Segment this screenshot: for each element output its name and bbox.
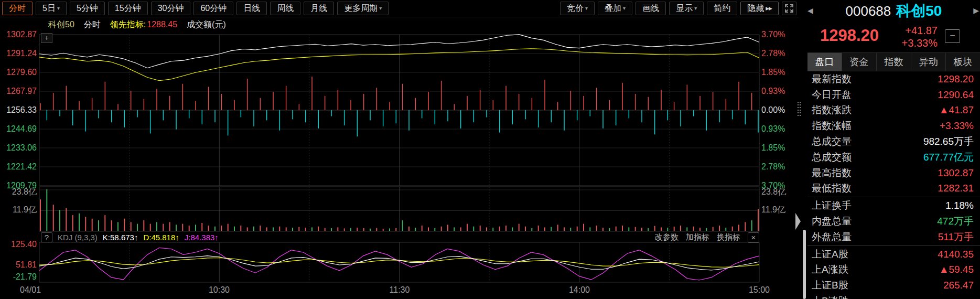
panel-row: 最高指数1302.87 <box>807 165 980 181</box>
panel-row-value: 1290.64 <box>938 89 974 101</box>
panel-row-value: 982.65万手 <box>923 135 974 148</box>
panel-divider <box>791 0 807 299</box>
chart-period-label: 分时 <box>84 19 101 30</box>
panel-group-divider <box>807 245 980 246</box>
time-axis-label: 11:30 <box>376 285 423 295</box>
panel-row: 上B涨跌 <box>807 293 980 299</box>
prev-ticker-icon[interactable]: ◀ <box>807 6 813 15</box>
tab-more-periods[interactable]: 更多周期▾ <box>337 2 389 15</box>
panel-tabs: 盘口 资金 指数 异动 板块 <box>807 52 980 71</box>
panel-row: 上A涨跌▲59.45 <box>807 262 980 278</box>
kdj-d-value: D:45.818↑ <box>143 233 179 242</box>
change-percent: +3.33% <box>902 37 938 49</box>
quote-panel: ◀ 000688 科创50 ▶ 1298.20 +41.87 +3.33% − … <box>807 0 980 299</box>
leading-indicator-value: 1288.45 <box>147 20 177 29</box>
kdj-label: KDJ (9,3,3) <box>58 233 98 242</box>
panel-row-label: 最新指数 <box>812 72 852 86</box>
panel-row: 总成交额677.77亿元 <box>807 150 980 165</box>
stock-name: 科创50 <box>896 1 942 21</box>
panel-row: 指数涨跌▲41.87 <box>807 103 980 119</box>
add-indicator-button[interactable]: 加指标 <box>686 232 709 242</box>
tab-weekly[interactable]: 周线 <box>270 2 300 15</box>
ticker-header: ◀ 000688 科创50 ▶ <box>807 0 980 22</box>
panel-row-value: 265.47 <box>943 280 974 291</box>
auction-button[interactable]: 竞价▾ <box>560 2 595 15</box>
last-price: 1298.20 <box>820 26 879 45</box>
chart-legend: 科创50 分时 领先指标:1288.45 成交额(元) <box>48 19 226 30</box>
tab-index[interactable]: 指数 <box>877 53 911 71</box>
chevron-down-icon: ▾ <box>623 2 626 15</box>
panel-row-value: 1282.31 <box>938 183 974 194</box>
volume-axis-label: 23.8亿 <box>0 187 37 197</box>
tab-sectors[interactable]: 板块 <box>946 53 980 71</box>
hide-button[interactable]: 隐藏▶▶ <box>740 2 779 15</box>
price-axis-label: 1279.60 <box>0 67 37 78</box>
double-chevron-right-icon: ▶▶ <box>766 2 772 15</box>
panel-row: 今日开盘1290.64 <box>807 87 980 103</box>
kdj-axis-label: 125.40 <box>0 239 37 250</box>
chevron-down-icon: ▾ <box>694 2 697 15</box>
time-axis-label: 14:00 <box>556 285 603 295</box>
tab-minute-chart[interactable]: 分时 <box>2 2 33 15</box>
period-toolbar: 分时 5日▾ 5分钟 15分钟 30分钟 60分钟 日线 周线 月线 更多周期▾… <box>0 0 799 17</box>
kdj-indicator-header: ? KDJ (9,3,3) K:58.673↑ D:45.818↑ J:84.3… <box>41 232 759 242</box>
change-params-button[interactable]: 改参数 <box>655 232 679 242</box>
minimize-button[interactable]: − <box>945 29 960 43</box>
tab-60min[interactable]: 60分钟 <box>193 2 233 15</box>
panel-row-label: 上证B股 <box>812 279 848 292</box>
kdj-axis-label: -21.79 <box>0 272 37 282</box>
tab-movers[interactable]: 异动 <box>911 53 946 71</box>
time-axis-label: 04/01 <box>20 285 67 295</box>
time-axis-label: 10:30 <box>196 285 243 295</box>
tab-15min[interactable]: 15分钟 <box>108 2 148 15</box>
tab-funds[interactable]: 资金 <box>842 53 877 71</box>
price-axis-label: 1302.87 <box>0 29 37 40</box>
chart-index-name: 科创50 <box>48 19 74 30</box>
draw-line-button[interactable]: 画线 <box>636 2 666 15</box>
tab-monthly[interactable]: 月线 <box>304 2 334 15</box>
panel-row: 最低指数1282.31 <box>807 181 980 197</box>
panel-row-label: 最低指数 <box>812 181 852 195</box>
price-axis-label: 1244.69 <box>0 124 37 134</box>
overlay-button[interactable]: 叠加▾ <box>598 2 632 15</box>
tab-daily[interactable]: 日线 <box>236 2 267 15</box>
panel-row-value: 1.18% <box>945 200 974 211</box>
panel-row: 指数涨幅+3.33% <box>807 118 980 134</box>
price-change: +41.87 +3.33% <box>890 24 938 49</box>
panel-row-label: 上B涨跌 <box>812 294 848 299</box>
panel-collapse-arrow[interactable] <box>795 213 801 230</box>
panel-row: 外盘总量511万手 <box>807 229 980 245</box>
panel-row: 上证B股265.47 <box>807 277 980 293</box>
help-icon[interactable]: ? <box>41 232 52 242</box>
panel-row-value: 511万手 <box>938 230 974 244</box>
panel-row: 最新指数1298.20 <box>807 71 980 87</box>
tab-order-book[interactable]: 盘口 <box>807 53 842 71</box>
panel-row-value: 1302.87 <box>938 167 974 179</box>
panel-row-value: ▲59.45 <box>939 264 974 275</box>
kdj-actions: 改参数 加指标 换指标 × <box>655 232 759 243</box>
time-axis-label: 15:00 <box>736 285 783 295</box>
tab-5min[interactable]: 5分钟 <box>70 2 105 15</box>
kdj-axis-label: 51.81 <box>0 260 37 270</box>
close-icon[interactable]: × <box>748 232 759 243</box>
panel-row: 内盘总量472万手 <box>807 213 980 229</box>
turnover-legend-label: 成交额(元) <box>187 19 226 30</box>
tab-5day[interactable]: 5日▾ <box>36 2 67 15</box>
panel-row-value: 472万手 <box>937 215 974 228</box>
panel-scrollbar-thumb[interactable] <box>803 230 806 299</box>
panel-row-value: ▲41.87 <box>939 104 974 116</box>
price-axis-label: 1221.42 <box>0 162 37 172</box>
panel-row-label: 上证换手 <box>812 199 852 212</box>
panel-row-label: 内盘总量 <box>812 215 852 228</box>
price-axis-label: 1233.06 <box>0 143 37 153</box>
tab-30min[interactable]: 30分钟 <box>151 2 191 15</box>
next-ticker-icon[interactable]: ▶ <box>973 6 979 15</box>
panel-row-value: 677.77亿元 <box>923 151 974 164</box>
panel-row-label: 今日开盘 <box>812 88 852 102</box>
display-button[interactable]: 显示▾ <box>669 2 704 15</box>
zoom-in-icon[interactable]: + <box>41 33 52 43</box>
switch-indicator-button[interactable]: 换指标 <box>717 232 740 242</box>
intraday-chart-canvas[interactable] <box>0 0 799 299</box>
simple-mode-button[interactable]: 简约 <box>707 2 737 15</box>
panel-resize-grip[interactable] <box>798 102 799 103</box>
